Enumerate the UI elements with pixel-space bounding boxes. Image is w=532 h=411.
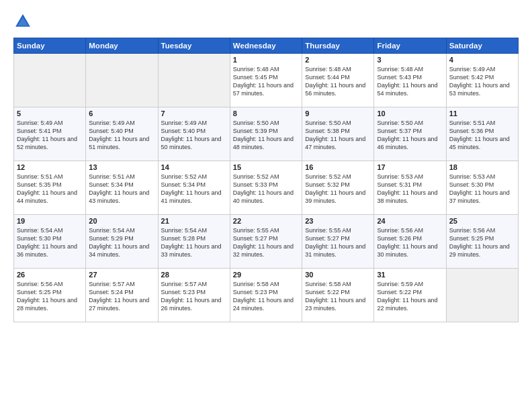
cell-info: Sunrise: 5:56 AMSunset: 5:25 PMDaylight:… — [449, 226, 515, 259]
cell-info: Sunrise: 5:53 AMSunset: 5:31 PMDaylight:… — [377, 173, 443, 205]
cell-info: Sunrise: 5:56 AMSunset: 5:26 PMDaylight:… — [377, 226, 443, 259]
day-number: 12 — [17, 163, 83, 171]
calendar-cell — [86, 54, 158, 107]
weekday-header-row: SundayMondayTuesdayWednesdayThursdayFrid… — [14, 38, 519, 54]
calendar-cell: 1Sunrise: 5:48 AMSunset: 5:45 PMDaylight… — [230, 54, 302, 107]
cell-info: Sunrise: 5:53 AMSunset: 5:30 PMDaylight:… — [449, 173, 515, 205]
day-number: 10 — [377, 109, 443, 118]
day-number: 26 — [17, 271, 83, 279]
calendar-cell — [14, 54, 86, 107]
calendar-cell: 17Sunrise: 5:53 AMSunset: 5:31 PMDayligh… — [374, 161, 446, 215]
calendar-cell: 12Sunrise: 5:51 AMSunset: 5:35 PMDayligh… — [14, 161, 86, 215]
cell-info: Sunrise: 5:51 AMSunset: 5:36 PMDaylight:… — [449, 119, 515, 152]
day-number: 15 — [233, 163, 299, 171]
calendar-cell — [446, 269, 518, 322]
calendar-cell: 26Sunrise: 5:56 AMSunset: 5:25 PMDayligh… — [14, 269, 86, 322]
day-number: 9 — [305, 109, 371, 118]
cell-info: Sunrise: 5:51 AMSunset: 5:35 PMDaylight:… — [17, 173, 83, 205]
cell-info: Sunrise: 5:50 AMSunset: 5:37 PMDaylight:… — [377, 119, 443, 152]
cell-info: Sunrise: 5:52 AMSunset: 5:32 PMDaylight:… — [305, 173, 371, 205]
calendar-cell: 8Sunrise: 5:50 AMSunset: 5:39 PMDaylight… — [230, 107, 302, 161]
day-number: 17 — [377, 163, 443, 171]
calendar-cell: 7Sunrise: 5:49 AMSunset: 5:40 PMDaylight… — [158, 107, 230, 161]
calendar-week-2: 5Sunrise: 5:49 AMSunset: 5:41 PMDaylight… — [14, 107, 519, 161]
calendar-cell: 29Sunrise: 5:58 AMSunset: 5:23 PMDayligh… — [230, 269, 302, 322]
cell-info: Sunrise: 5:54 AMSunset: 5:30 PMDaylight:… — [17, 226, 83, 259]
cell-info: Sunrise: 5:56 AMSunset: 5:25 PMDaylight:… — [17, 280, 83, 313]
cell-info: Sunrise: 5:57 AMSunset: 5:23 PMDaylight:… — [161, 280, 227, 313]
calendar-cell: 9Sunrise: 5:50 AMSunset: 5:38 PMDaylight… — [302, 107, 374, 161]
day-number: 11 — [449, 109, 515, 118]
cell-info: Sunrise: 5:51 AMSunset: 5:34 PMDaylight:… — [89, 173, 154, 205]
header — [13, 12, 519, 31]
calendar-cell: 4Sunrise: 5:49 AMSunset: 5:42 PMDaylight… — [446, 54, 518, 107]
day-number: 16 — [305, 163, 371, 171]
calendar-cell: 14Sunrise: 5:52 AMSunset: 5:34 PMDayligh… — [158, 161, 230, 215]
calendar-header: SundayMondayTuesdayWednesdayThursdayFrid… — [14, 38, 519, 54]
weekday-header-saturday: Saturday — [446, 38, 518, 54]
cell-info: Sunrise: 5:59 AMSunset: 5:22 PMDaylight:… — [377, 280, 443, 313]
cell-info: Sunrise: 5:48 AMSunset: 5:43 PMDaylight:… — [377, 65, 443, 98]
page: SundayMondayTuesdayWednesdayThursdayFrid… — [0, 0, 532, 411]
calendar-cell: 19Sunrise: 5:54 AMSunset: 5:30 PMDayligh… — [14, 215, 86, 269]
calendar-week-4: 19Sunrise: 5:54 AMSunset: 5:30 PMDayligh… — [14, 215, 519, 269]
cell-info: Sunrise: 5:50 AMSunset: 5:39 PMDaylight:… — [233, 119, 299, 152]
day-number: 18 — [449, 163, 515, 171]
calendar-cell: 15Sunrise: 5:52 AMSunset: 5:33 PMDayligh… — [230, 161, 302, 215]
calendar-table: SundayMondayTuesdayWednesdayThursdayFrid… — [13, 38, 519, 322]
cell-info: Sunrise: 5:48 AMSunset: 5:44 PMDaylight:… — [305, 65, 371, 98]
calendar-cell: 18Sunrise: 5:53 AMSunset: 5:30 PMDayligh… — [446, 161, 518, 215]
cell-info: Sunrise: 5:48 AMSunset: 5:45 PMDaylight:… — [233, 65, 299, 98]
cell-info: Sunrise: 5:54 AMSunset: 5:28 PMDaylight:… — [161, 226, 227, 259]
day-number: 25 — [449, 217, 515, 225]
day-number: 2 — [305, 56, 371, 64]
calendar-week-5: 26Sunrise: 5:56 AMSunset: 5:25 PMDayligh… — [14, 269, 519, 322]
day-number: 20 — [89, 217, 154, 225]
day-number: 24 — [377, 217, 443, 225]
calendar-cell: 23Sunrise: 5:55 AMSunset: 5:27 PMDayligh… — [302, 215, 374, 269]
calendar-cell: 27Sunrise: 5:57 AMSunset: 5:24 PMDayligh… — [86, 269, 158, 322]
day-number: 31 — [377, 271, 443, 279]
day-number: 13 — [89, 163, 154, 171]
day-number: 30 — [305, 271, 371, 279]
day-number: 21 — [161, 217, 227, 225]
calendar-cell: 24Sunrise: 5:56 AMSunset: 5:26 PMDayligh… — [374, 215, 446, 269]
calendar-cell: 10Sunrise: 5:50 AMSunset: 5:37 PMDayligh… — [374, 107, 446, 161]
day-number: 5 — [17, 109, 83, 118]
cell-info: Sunrise: 5:55 AMSunset: 5:27 PMDaylight:… — [305, 226, 371, 259]
calendar-cell: 20Sunrise: 5:54 AMSunset: 5:29 PMDayligh… — [86, 215, 158, 269]
calendar-cell: 11Sunrise: 5:51 AMSunset: 5:36 PMDayligh… — [446, 107, 518, 161]
day-number: 29 — [233, 271, 299, 279]
cell-info: Sunrise: 5:52 AMSunset: 5:34 PMDaylight:… — [161, 173, 227, 205]
weekday-header-sunday: Sunday — [14, 38, 86, 54]
cell-info: Sunrise: 5:58 AMSunset: 5:22 PMDaylight:… — [305, 280, 371, 313]
calendar-cell: 31Sunrise: 5:59 AMSunset: 5:22 PMDayligh… — [374, 269, 446, 322]
day-number: 28 — [161, 271, 227, 279]
calendar-cell: 30Sunrise: 5:58 AMSunset: 5:22 PMDayligh… — [302, 269, 374, 322]
calendar-cell: 5Sunrise: 5:49 AMSunset: 5:41 PMDaylight… — [14, 107, 86, 161]
calendar-cell: 16Sunrise: 5:52 AMSunset: 5:32 PMDayligh… — [302, 161, 374, 215]
calendar-week-3: 12Sunrise: 5:51 AMSunset: 5:35 PMDayligh… — [14, 161, 519, 215]
calendar-cell: 13Sunrise: 5:51 AMSunset: 5:34 PMDayligh… — [86, 161, 158, 215]
calendar-cell: 3Sunrise: 5:48 AMSunset: 5:43 PMDaylight… — [374, 54, 446, 107]
cell-info: Sunrise: 5:52 AMSunset: 5:33 PMDaylight:… — [233, 173, 299, 205]
day-number: 6 — [89, 109, 154, 118]
weekday-header-thursday: Thursday — [302, 38, 374, 54]
calendar-cell: 25Sunrise: 5:56 AMSunset: 5:25 PMDayligh… — [446, 215, 518, 269]
cell-info: Sunrise: 5:54 AMSunset: 5:29 PMDaylight:… — [89, 226, 154, 259]
day-number: 14 — [161, 163, 227, 171]
day-number: 7 — [161, 109, 227, 118]
cell-info: Sunrise: 5:49 AMSunset: 5:40 PMDaylight:… — [161, 119, 227, 152]
cell-info: Sunrise: 5:55 AMSunset: 5:27 PMDaylight:… — [233, 226, 299, 259]
calendar-cell: 22Sunrise: 5:55 AMSunset: 5:27 PMDayligh… — [230, 215, 302, 269]
cell-info: Sunrise: 5:50 AMSunset: 5:38 PMDaylight:… — [305, 119, 371, 152]
day-number: 8 — [233, 109, 299, 118]
day-number: 22 — [233, 217, 299, 225]
day-number: 1 — [233, 56, 299, 64]
cell-info: Sunrise: 5:57 AMSunset: 5:24 PMDaylight:… — [89, 280, 154, 313]
weekday-header-tuesday: Tuesday — [158, 38, 230, 54]
logo-icon — [13, 12, 32, 31]
calendar-week-1: 1Sunrise: 5:48 AMSunset: 5:45 PMDaylight… — [14, 54, 519, 107]
calendar-cell: 2Sunrise: 5:48 AMSunset: 5:44 PMDaylight… — [302, 54, 374, 107]
calendar-cell: 21Sunrise: 5:54 AMSunset: 5:28 PMDayligh… — [158, 215, 230, 269]
